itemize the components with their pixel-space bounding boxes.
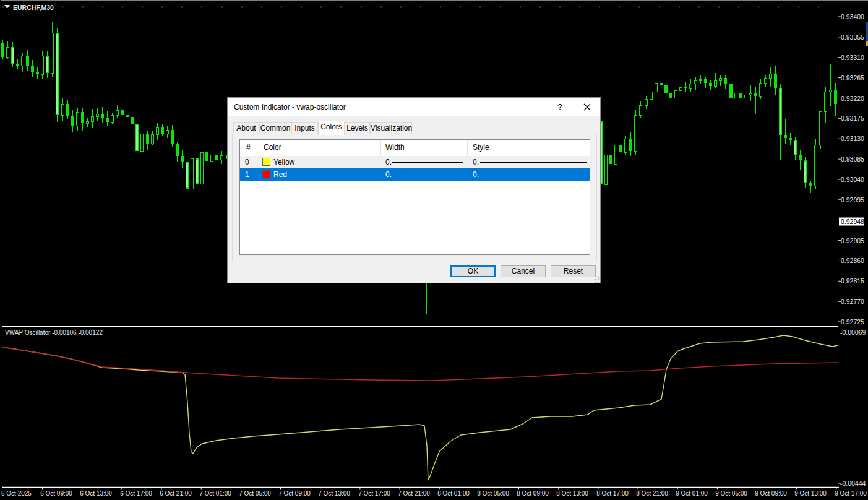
svg-text:0.92995: 0.92995 [841,196,864,204]
svg-text:-0.00444: -0.00444 [840,480,866,487]
svg-text:7 Oct 09:00: 7 Oct 09:00 [278,490,311,497]
svg-text:-0.00069: -0.00069 [840,329,866,336]
svg-text:6 Oct 09:00: 6 Oct 09:00 [40,490,72,497]
svg-text:0.93175: 0.93175 [841,114,864,122]
svg-text:8 Oct 21:00: 8 Oct 21:00 [636,490,668,497]
svg-text:0.92815: 0.92815 [841,277,864,285]
svg-text:0.92905: 0.92905 [841,237,864,244]
svg-text:9 Oct 01:00: 9 Oct 01:00 [676,490,708,497]
svg-text:0.93400: 0.93400 [841,13,864,20]
svg-text:9 Oct 09:00: 9 Oct 09:00 [755,490,787,497]
svg-text:6 Oct 13:00: 6 Oct 13:00 [80,490,112,497]
svg-text:6 Oct 17:00: 6 Oct 17:00 [120,490,152,497]
svg-text:0.92770: 0.92770 [841,298,864,305]
svg-text:9 Oct 05:00: 9 Oct 05:00 [715,490,747,497]
svg-text:7 Oct 05:00: 7 Oct 05:00 [239,490,271,497]
svg-text:VWAP Oscillator -0.00106 -0.00: VWAP Oscillator -0.00106 -0.00122 [5,329,103,336]
svg-text:0.93130: 0.93130 [841,135,864,142]
svg-text:0.93355: 0.93355 [841,33,864,41]
svg-text:7 Oct 17:00: 7 Oct 17:00 [358,490,390,497]
svg-text:8 Oct 13:00: 8 Oct 13:00 [556,490,588,497]
svg-text:6 Oct 2025: 6 Oct 2025 [1,490,32,497]
svg-text:0.92725: 0.92725 [841,318,864,325]
svg-text:6 Oct 21:00: 6 Oct 21:00 [160,490,192,497]
svg-text:8 Oct 05:00: 8 Oct 05:00 [477,490,509,497]
svg-text:8 Oct 17:00: 8 Oct 17:00 [596,490,629,497]
svg-text:0.92860: 0.92860 [841,257,864,264]
svg-text:7 Oct 13:00: 7 Oct 13:00 [318,490,350,497]
svg-text:0.93040: 0.93040 [841,176,864,183]
svg-text:0.93085: 0.93085 [841,155,864,163]
svg-text:7 Oct 21:00: 7 Oct 21:00 [398,490,430,497]
svg-text:0.93310: 0.93310 [841,54,864,61]
svg-text:7 Oct 01:00: 7 Oct 01:00 [199,490,231,497]
svg-text:0.93265: 0.93265 [841,74,864,82]
svg-text:0.92948: 0.92948 [841,218,864,225]
svg-text:0.93220: 0.93220 [841,95,864,102]
svg-text:EURCHF,M30: EURCHF,M30 [13,4,54,11]
svg-text:8 Oct 09:00: 8 Oct 09:00 [517,490,549,497]
svg-text:9 Oct 17:00: 9 Oct 17:00 [835,490,867,497]
svg-text:8 Oct 01:00: 8 Oct 01:00 [437,490,470,497]
svg-text:9 Oct 13:00: 9 Oct 13:00 [794,490,827,497]
